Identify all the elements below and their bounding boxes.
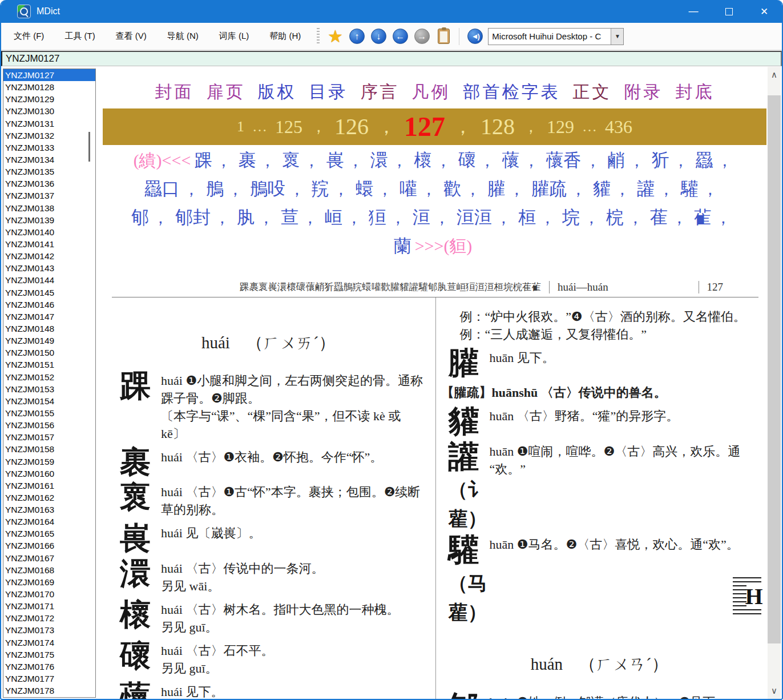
char-link[interactable]: 洹洹 — [457, 207, 492, 227]
page-number[interactable]: ， — [377, 117, 396, 136]
menu-item[interactable]: 工具 (T) — [56, 27, 103, 45]
page-number[interactable]: 129 — [547, 118, 574, 136]
entry-list-item[interactable]: YNZJM0170 — [3, 588, 95, 600]
char-link[interactable]: 䑏 — [487, 179, 505, 199]
entry-list-item[interactable]: YNZJM0132 — [3, 130, 95, 142]
entry-list-item[interactable]: YNZJM0177 — [3, 673, 95, 685]
book-nav-link[interactable]: 目录 — [309, 82, 348, 101]
entry-list-item[interactable]: YNZJM0128 — [3, 81, 95, 93]
entry-list-item[interactable]: YNZJM0141 — [3, 238, 95, 250]
favorites-star-button[interactable]: ★ — [325, 27, 345, 46]
char-link[interactable]: 羦 — [312, 179, 329, 199]
entry-list-item[interactable]: YNZJM0134 — [3, 154, 95, 166]
char-link[interactable]: 鴅吺 — [250, 179, 285, 199]
next-page-link[interactable]: >>>(貆) — [415, 236, 473, 255]
char-link[interactable]: 貛 — [593, 179, 611, 199]
entry-list-item[interactable]: YNZJM0137 — [3, 190, 95, 202]
entry-list-item[interactable]: YNZJM0157 — [3, 431, 95, 443]
entry-list-item[interactable]: YNZJM0138 — [3, 202, 95, 214]
char-link[interactable]: 裹 — [238, 150, 256, 170]
menu-item[interactable]: 词库 (L) — [211, 27, 257, 45]
char-link[interactable]: 峘 — [325, 207, 342, 227]
page-number[interactable]: ， — [453, 117, 473, 136]
entry-list-item[interactable]: YNZJM0171 — [3, 600, 95, 612]
char-link[interactable]: 歡 — [443, 179, 461, 199]
entry-list-item[interactable]: YNZJM0149 — [3, 335, 95, 347]
book-nav-link[interactable]: 序言 — [361, 82, 399, 101]
char-link[interactable]: 嵔 — [326, 150, 344, 170]
entry-list-item[interactable]: YNZJM0167 — [3, 552, 95, 564]
char-link[interactable]: 讙 — [637, 179, 655, 199]
char-link[interactable]: 垸 — [562, 207, 580, 227]
entry-list-item[interactable]: YNZJM0168 — [3, 564, 95, 576]
entry-list-item[interactable]: YNZJM0142 — [3, 250, 95, 262]
entry-list-item[interactable]: YNZJM0127 — [3, 69, 95, 81]
entry-list-item[interactable]: YNZJM0129 — [3, 93, 95, 105]
entry-list-item[interactable]: YNZJM0130 — [3, 105, 95, 117]
char-link[interactable]: 蘹 — [502, 150, 519, 170]
entry-list-item[interactable]: YNZJM0165 — [3, 528, 95, 540]
char-link[interactable]: 蘹香 — [546, 150, 581, 170]
speak-button[interactable]: ◄) — [465, 27, 485, 46]
char-link[interactable]: 蠉 — [356, 179, 373, 199]
char-link[interactable]: 䃶 — [458, 150, 475, 170]
entry-list-item[interactable]: YNZJM0150 — [3, 347, 95, 359]
page-number[interactable]: 125 — [275, 118, 302, 136]
forward-button[interactable]: → — [412, 27, 431, 46]
entry-list-item[interactable]: YNZJM0139 — [3, 214, 95, 226]
entry-list-item[interactable]: YNZJM0160 — [3, 468, 95, 480]
char-link[interactable]: 鴅 — [206, 179, 224, 199]
char-link[interactable]: 洹 — [413, 207, 430, 227]
entry-list-item[interactable]: YNZJM0164 — [3, 516, 95, 528]
minimize-button[interactable]: — — [676, 0, 711, 23]
char-link[interactable]: 羉 — [695, 150, 713, 170]
entry-list-item[interactable]: YNZJM0172 — [3, 612, 95, 624]
back-button[interactable]: ← — [390, 27, 410, 46]
entry-list-item[interactable]: YNZJM0178 — [3, 685, 95, 697]
book-nav-link[interactable]: 部首检字表 — [463, 82, 560, 101]
char-link[interactable]: 蘭 — [394, 236, 411, 256]
char-link[interactable]: 澴 — [370, 150, 388, 170]
chevron-down-icon[interactable]: ▼ — [611, 29, 623, 45]
content-scrollbar[interactable]: ∧ ∨ — [768, 67, 781, 699]
page-number[interactable]: ， — [523, 119, 539, 135]
char-link[interactable]: 桓 — [518, 207, 536, 227]
entry-list-item[interactable]: YNZJM0144 — [3, 274, 95, 286]
prev-page-link[interactable]: (繢)<<< — [134, 151, 191, 170]
book-nav-link[interactable]: 扉页 — [207, 82, 245, 101]
page-number[interactable]: 1 — [237, 119, 244, 134]
menu-item[interactable]: 查看 (V) — [108, 27, 155, 45]
entry-list-item[interactable]: YNZJM0148 — [3, 323, 95, 335]
search-input[interactable] — [1, 51, 782, 66]
entry-list-item[interactable]: YNZJM0133 — [3, 142, 95, 154]
entry-list-item[interactable]: YNZJM0140 — [3, 226, 95, 238]
scrollbar-up-arrow[interactable]: ∧ — [768, 68, 781, 82]
page-number[interactable]: … — [582, 119, 597, 134]
entry-list-item[interactable]: YNZJM0175 — [3, 649, 95, 661]
book-nav-link[interactable]: 凡例 — [412, 82, 451, 101]
char-link[interactable]: 䑏疏 — [531, 179, 567, 199]
book-nav-link[interactable]: 正文 — [573, 82, 612, 101]
dictionary-select[interactable]: Microsoft Huihui Desktop - C ▼ — [488, 28, 624, 45]
entry-list-item[interactable]: YNZJM0145 — [3, 287, 95, 299]
char-link[interactable]: 䴛 — [607, 150, 625, 170]
char-link[interactable]: 驩 — [681, 179, 699, 199]
page-number[interactable]: 126 — [334, 115, 369, 138]
entry-list-item[interactable]: YNZJM0169 — [3, 576, 95, 588]
scrollbar-down-arrow[interactable]: ∨ — [768, 684, 781, 698]
char-link[interactable]: 萑 — [650, 207, 668, 227]
char-link[interactable]: 狟 — [369, 207, 386, 227]
entry-list-item[interactable]: YNZJM0143 — [3, 262, 95, 274]
char-link[interactable]: 肒 — [237, 207, 255, 227]
entry-list-item[interactable]: YNZJM0152 — [3, 371, 95, 383]
char-link[interactable]: 櫰 — [414, 150, 431, 170]
book-nav-link[interactable]: 版权 — [258, 82, 297, 101]
entry-list[interactable]: YNZJM0127YNZJM0128YNZJM0129YNZJM0130YNZJ… — [3, 69, 96, 698]
entry-list-item[interactable]: YNZJM0162 — [3, 492, 95, 504]
char-link[interactable]: 郇封 — [175, 207, 211, 227]
entry-list-item[interactable]: YNZJM0173 — [3, 624, 95, 636]
book-nav-link[interactable]: 封面 — [155, 82, 194, 101]
book-nav-link[interactable]: 封底 — [676, 82, 715, 101]
entry-list-item[interactable]: YNZJM0174 — [3, 637, 95, 649]
entry-list-item[interactable]: YNZJM0151 — [3, 359, 95, 371]
